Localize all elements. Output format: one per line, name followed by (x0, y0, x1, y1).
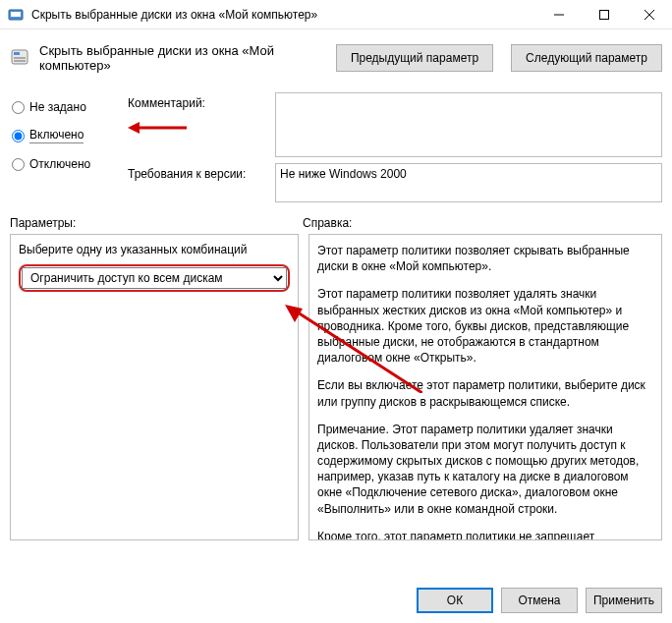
app-icon (8, 7, 24, 23)
help-panel[interactable]: Этот параметр политики позволяет скрыват… (308, 234, 662, 540)
window-title: Скрыть выбранные диски из окна «Мой комп… (31, 8, 536, 22)
svg-rect-3 (600, 10, 609, 19)
help-paragraph: Если вы включаете этот параметр политики… (317, 377, 653, 409)
bottom-bar: ОК Отмена Применить (417, 588, 662, 613)
policy-title: Скрыть выбранные диски из окна «Мой комп… (39, 43, 326, 73)
radio-not-configured[interactable]: Не задано (12, 100, 120, 114)
ok-button[interactable]: ОК (417, 588, 493, 613)
requirements-label: Требования к версии: (128, 163, 275, 181)
config-area: Не задано Включено Отключено Комментарий… (0, 86, 672, 202)
panels-row: Выберите одну из указанных комбинаций Ог… (10, 234, 662, 540)
radio-not-configured-input[interactable] (12, 101, 25, 114)
radio-disabled-input[interactable] (12, 158, 25, 171)
previous-setting-button[interactable]: Предыдущий параметр (336, 44, 493, 72)
requirements-row: Требования к версии: (128, 163, 662, 202)
svg-rect-1 (11, 12, 21, 17)
window-controls (536, 0, 672, 28)
drives-combo[interactable]: Ограничить доступ ко всем дискам (22, 267, 287, 289)
svg-rect-9 (14, 60, 26, 62)
titlebar: Скрыть выбранные диски из окна «Мой комп… (0, 0, 672, 29)
radio-enabled-input[interactable] (12, 130, 25, 142)
options-section-label: Параметры: (10, 216, 303, 230)
options-panel: Выберите одну из указанных комбинаций Ог… (10, 234, 299, 540)
help-paragraph: Кроме того, этот параметр политики не за… (317, 529, 653, 540)
radio-not-configured-label: Не задано (29, 100, 86, 114)
svg-rect-8 (14, 57, 26, 59)
help-paragraph: Этот параметр политики позволяет удалять… (317, 286, 653, 366)
maximize-button[interactable] (582, 0, 627, 28)
requirements-textarea (275, 163, 662, 202)
radio-enabled-label: Включено (29, 128, 84, 143)
svg-rect-7 (14, 52, 20, 55)
combo-highlight: Ограничить доступ ко всем дискам (19, 264, 290, 292)
radio-disabled-label: Отключено (29, 157, 90, 171)
header-row: Скрыть выбранные диски из окна «Мой комп… (0, 29, 672, 86)
section-labels: Параметры: Справка: (10, 216, 662, 230)
comment-label: Комментарий: (128, 92, 275, 110)
close-button[interactable] (627, 0, 672, 28)
state-radio-group: Не задано Включено Отключено (12, 94, 120, 177)
help-paragraph: Примечание. Этот параметр политики удаля… (317, 422, 653, 517)
cancel-button[interactable]: Отмена (501, 588, 578, 613)
next-setting-button[interactable]: Следующий параметр (511, 44, 662, 72)
comment-textarea[interactable] (275, 92, 662, 157)
radio-disabled[interactable]: Отключено (12, 157, 120, 171)
help-paragraph: Этот параметр политики позволяет скрыват… (317, 243, 653, 274)
apply-button[interactable]: Применить (586, 588, 662, 613)
policy-icon (10, 48, 29, 68)
combo-label: Выберите одну из указанных комбинаций (19, 243, 290, 256)
minimize-button[interactable] (536, 0, 582, 28)
comment-row: Комментарий: (128, 92, 662, 157)
radio-enabled[interactable]: Включено (12, 128, 120, 143)
help-section-label: Справка: (303, 216, 662, 230)
